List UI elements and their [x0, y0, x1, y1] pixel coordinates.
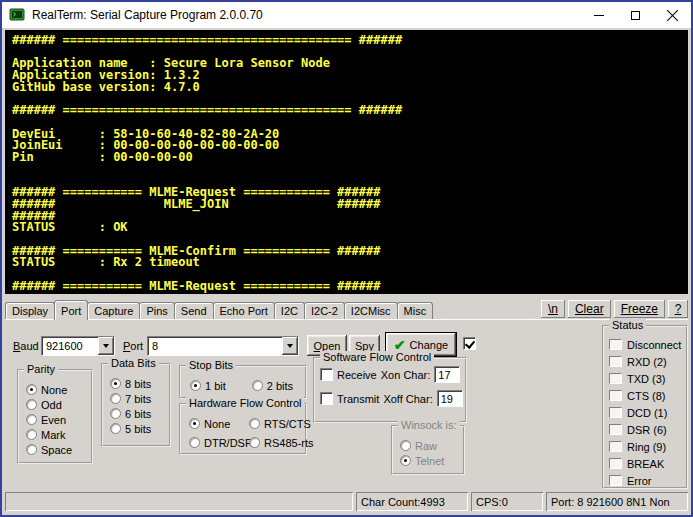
statusbar-message-panel	[5, 492, 353, 511]
radio-option-mark[interactable]: Mark	[26, 427, 87, 442]
receive-row: Receive Xon Char:	[315, 366, 465, 383]
transmit-checkbox[interactable]	[320, 392, 333, 405]
xon-char-input[interactable]	[434, 366, 460, 383]
minimize-button[interactable]	[580, 2, 617, 28]
close-icon	[666, 9, 679, 22]
tab-display[interactable]: Display	[5, 302, 55, 319]
tab-capture[interactable]: Capture	[87, 302, 140, 319]
tab-misc[interactable]: Misc	[397, 302, 434, 319]
tab-i2c-2[interactable]: I2C-2	[304, 302, 345, 319]
status-led-txd-3: TXD (3)	[609, 370, 686, 387]
statusbar-port-info: Port: 8 921600 8N1 Non	[546, 492, 688, 511]
terminal-line: ###### MLME_JOIN ######	[12, 199, 688, 211]
led-label: BREAK	[627, 458, 664, 470]
radio-label: Mark	[41, 429, 65, 441]
radio-option-space[interactable]: Space	[26, 442, 87, 457]
maximize-button[interactable]	[617, 2, 654, 28]
radio-label: Space	[41, 444, 72, 456]
tab-actions: \n Clear Freeze ?	[541, 300, 688, 319]
radio-label: 8 bits	[125, 378, 151, 390]
radio-option-raw[interactable]: Raw	[400, 438, 459, 453]
xoff-char-label: Xoff Char:	[383, 393, 432, 405]
stop-bits-group: Stop Bits 1 bit2 bits	[179, 365, 307, 399]
clear-button[interactable]: Clear	[568, 300, 611, 318]
radio-icon	[190, 380, 201, 391]
freeze-button[interactable]: Freeze	[614, 300, 665, 318]
baud-dropdown-button[interactable]	[98, 337, 114, 355]
tab-row: DisplayPortCapturePinsSendEcho PortI2CI2…	[5, 299, 688, 319]
led-label: Disconnect	[627, 339, 681, 351]
radio-option-7-bits[interactable]: 7 bits	[110, 391, 165, 406]
tab-echo-port[interactable]: Echo Port	[213, 302, 275, 319]
statusbar-cps: CPS:0	[471, 492, 543, 511]
terminal-line: STATUS : OK	[12, 222, 688, 234]
title-bar: RealTerm: Serial Capture Program 2.0.0.7…	[2, 2, 691, 28]
tab-send[interactable]: Send	[174, 302, 214, 319]
realterm-window: RealTerm: Serial Capture Program 2.0.0.7…	[0, 0, 693, 517]
led-label: CTS (8)	[627, 390, 666, 402]
status-led-break: BREAK	[609, 455, 686, 472]
tab-pins[interactable]: Pins	[139, 302, 174, 319]
radio-icon	[249, 437, 260, 448]
close-button[interactable]	[654, 2, 691, 28]
radio-option-6-bits[interactable]: 6 bits	[110, 406, 165, 421]
led-indicator	[609, 373, 622, 384]
radio-label: None	[204, 418, 230, 430]
hardware-flow-group: Hardware Flow Control NoneRTS/CTSDTR/DSR…	[179, 403, 307, 455]
data-bits-group-title: Data Bits	[108, 357, 159, 369]
data-bits-group: Data Bits 8 bits7 bits6 bits5 bits	[101, 363, 171, 447]
radio-icon	[26, 429, 37, 440]
statusbar-char-count: Char Count:4993	[356, 492, 468, 511]
port-open-checkbox[interactable]	[463, 337, 476, 350]
status-led-dsr-6: DSR (6)	[609, 421, 686, 438]
radio-icon	[26, 384, 37, 395]
port-dropdown-button[interactable]	[282, 337, 298, 355]
baud-combo[interactable]: 921600	[41, 336, 115, 356]
terminal-output[interactable]: ###### =================================…	[5, 30, 688, 294]
help-button[interactable]: ?	[668, 300, 688, 318]
radio-label: Raw	[415, 440, 437, 452]
terminal-line: ###### =================================…	[12, 35, 688, 47]
radio-option-dtr-dsr[interactable]: DTR/DSR	[189, 435, 249, 450]
radio-icon	[400, 455, 411, 466]
radio-icon	[400, 440, 411, 451]
radio-option-1-bit[interactable]: 1 bit	[190, 378, 226, 393]
radio-option-telnet[interactable]: Telnet	[400, 453, 459, 468]
newline-button[interactable]: \n	[541, 300, 565, 318]
radio-option-rts-cts[interactable]: RTS/CTS	[249, 416, 314, 431]
check-icon: ✔	[394, 340, 406, 350]
led-indicator	[609, 441, 622, 452]
transmit-label: Transmit	[337, 393, 379, 405]
led-indicator	[609, 390, 622, 401]
led-label: DCD (1)	[627, 407, 667, 419]
caption-buttons	[580, 2, 691, 28]
terminal-line: GitHub base version: 4.7.0	[12, 82, 688, 94]
radio-option-rs485-rts[interactable]: RS485-rts	[249, 435, 314, 450]
terminal-line	[12, 164, 688, 176]
radio-option-odd[interactable]: Odd	[26, 397, 87, 412]
radio-label: Odd	[41, 399, 62, 411]
terminal-line: ###### =========== MLME-Request ========…	[12, 281, 688, 293]
radio-option-5-bits[interactable]: 5 bits	[110, 421, 165, 436]
hardware-flow-group-title: Hardware Flow Control	[186, 397, 304, 409]
radio-option-2-bits[interactable]: 2 bits	[252, 378, 293, 393]
status-led-dcd-1: DCD (1)	[609, 404, 686, 421]
radio-option-none[interactable]: None	[26, 382, 87, 397]
tab-i2c[interactable]: I2C	[274, 302, 305, 319]
xoff-char-input[interactable]	[437, 390, 463, 407]
radio-label: RTS/CTS	[264, 418, 311, 430]
status-led-disconnect: Disconnect	[609, 336, 686, 353]
terminal-line: Pin : 00-00-00-00	[12, 152, 688, 164]
radio-option-even[interactable]: Even	[26, 412, 87, 427]
receive-checkbox[interactable]	[320, 368, 333, 381]
radio-option-none[interactable]: None	[189, 416, 249, 431]
led-indicator	[609, 475, 622, 486]
tab-i2cmisc[interactable]: I2CMisc	[344, 302, 398, 319]
radio-icon	[252, 380, 263, 391]
port-combo[interactable]: 8	[147, 336, 299, 356]
radio-label: 7 bits	[125, 393, 151, 405]
winsock-group-title: Winsock is:	[398, 419, 460, 431]
tab-port[interactable]: Port	[54, 300, 88, 320]
radio-option-8-bits[interactable]: 8 bits	[110, 376, 165, 391]
receive-label: Receive	[337, 369, 377, 381]
